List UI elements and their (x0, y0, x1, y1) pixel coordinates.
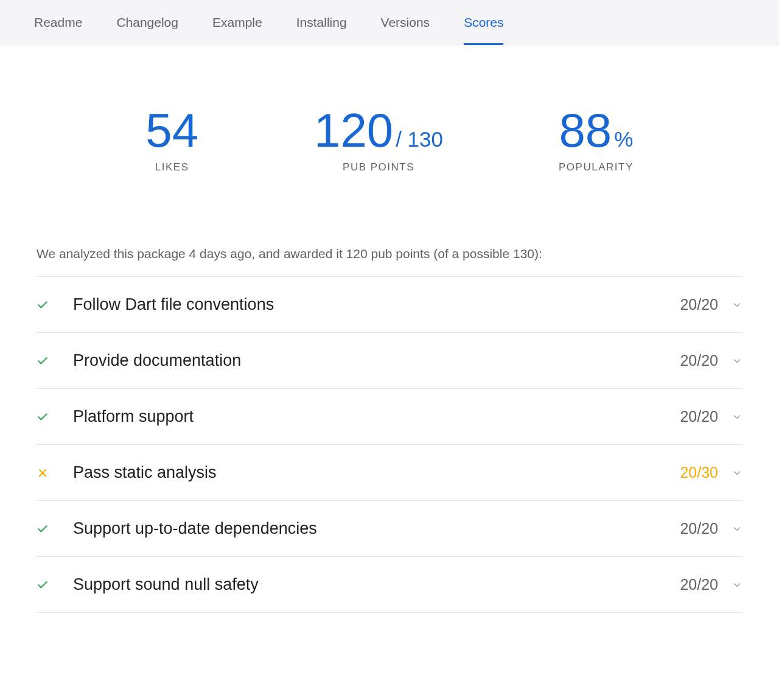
tab-readme[interactable]: Readme (17, 0, 99, 45)
tab-scores[interactable]: Scores (447, 0, 520, 45)
popularity-suffix: % (614, 127, 633, 151)
tab-bar: Readme Changelog Example Installing Vers… (0, 0, 779, 46)
pubpoints-label: PUB POINTS (314, 161, 443, 173)
criteria-list: Follow Dart file conventions20/20Provide… (37, 276, 742, 613)
pubpoints-block[interactable]: 120/ 130 PUB POINTS (314, 107, 443, 173)
check-icon (37, 355, 52, 367)
criteria-title: Follow Dart file conventions (73, 295, 680, 314)
pubpoints-value: 120 (314, 103, 393, 157)
tab-changelog[interactable]: Changelog (99, 0, 195, 45)
popularity-label: POPULARITY (559, 161, 634, 173)
check-icon (37, 411, 52, 423)
analysis-summary-text: We analyzed this package 4 days ago, and… (37, 247, 742, 261)
criteria-title: Pass static analysis (73, 463, 680, 482)
chevron-down-icon (732, 411, 742, 422)
likes-value: 54 (145, 103, 198, 157)
criteria-score: 20/20 (680, 296, 718, 313)
criteria-row[interactable]: Provide documentation20/20 (37, 333, 742, 389)
chevron-down-icon (732, 355, 742, 366)
chevron-down-icon (732, 579, 742, 590)
check-icon (37, 579, 52, 591)
criteria-row[interactable]: Follow Dart file conventions20/20 (37, 277, 742, 333)
criteria-row[interactable]: Pass static analysis20/30 (37, 445, 742, 501)
cross-icon (37, 467, 52, 479)
criteria-row[interactable]: Support up-to-date dependencies20/20 (37, 501, 742, 557)
scores-summary: 54 LIKES 120/ 130 PUB POINTS 88% POPULAR… (37, 46, 742, 210)
criteria-score: 20/20 (680, 576, 718, 593)
chevron-down-icon (732, 299, 742, 310)
likes-label: LIKES (145, 161, 198, 173)
criteria-score: 20/30 (680, 464, 718, 481)
tab-installing[interactable]: Installing (279, 0, 364, 45)
criteria-row[interactable]: Support sound null safety20/20 (37, 557, 742, 613)
chevron-down-icon (732, 467, 742, 478)
criteria-score: 20/20 (680, 520, 718, 537)
check-icon (37, 299, 52, 311)
check-icon (37, 523, 52, 535)
pubpoints-max: / 130 (396, 127, 443, 151)
likes-block[interactable]: 54 LIKES (145, 107, 198, 173)
criteria-title: Provide documentation (73, 351, 680, 370)
tab-versions[interactable]: Versions (364, 0, 447, 45)
criteria-row[interactable]: Platform support20/20 (37, 389, 742, 445)
criteria-title: Support up-to-date dependencies (73, 519, 680, 538)
criteria-score: 20/20 (680, 352, 718, 369)
criteria-title: Support sound null safety (73, 575, 680, 594)
popularity-block[interactable]: 88% POPULARITY (559, 107, 634, 173)
criteria-title: Platform support (73, 407, 680, 426)
popularity-value: 88 (559, 103, 612, 157)
criteria-score: 20/20 (680, 408, 718, 425)
tab-example[interactable]: Example (195, 0, 279, 45)
chevron-down-icon (732, 523, 742, 534)
